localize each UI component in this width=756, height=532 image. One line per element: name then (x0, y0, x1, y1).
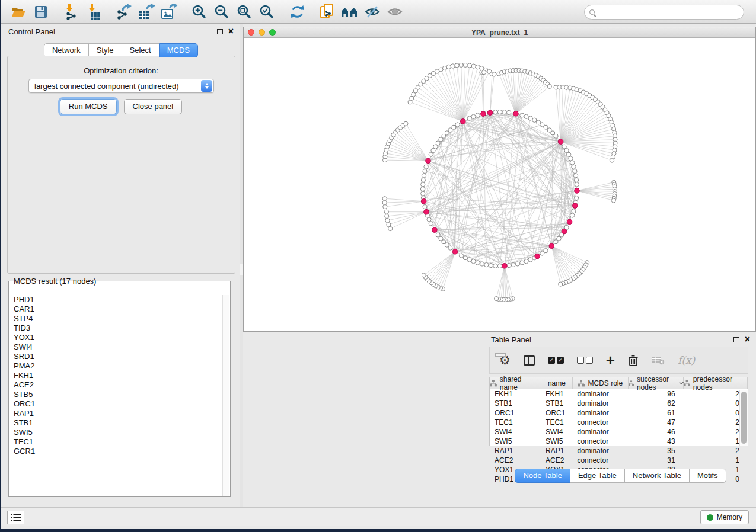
network-node[interactable] (404, 121, 408, 126)
cell-shared_name[interactable]: ORC1 (490, 408, 541, 418)
cell-successor_nodes[interactable]: 61 (627, 408, 683, 418)
mcds-hub-node[interactable] (573, 203, 578, 209)
mcds-result-scrollbar[interactable] (222, 295, 229, 496)
mcds-hub-node[interactable] (481, 111, 486, 117)
network-node[interactable] (471, 114, 476, 118)
zoom-selected-icon[interactable] (256, 2, 278, 22)
cell-mcds_role[interactable]: dominator (572, 446, 627, 456)
delete-row-icon[interactable] (628, 354, 639, 366)
network-node[interactable] (573, 169, 577, 173)
network-node[interactable] (515, 262, 519, 266)
table-row[interactable]: RAP1RAP1dominator352 (490, 446, 748, 456)
cell-predecessor_nodes[interactable]: 0 (684, 399, 748, 408)
network-node[interactable] (544, 125, 548, 129)
network-node[interactable] (610, 158, 614, 162)
network-node[interactable] (575, 182, 579, 187)
table-row[interactable]: ACE2ACE2connector311 (490, 456, 748, 465)
cell-shared_name[interactable]: FKH1 (490, 389, 541, 399)
column-header-shared_name[interactable]: shared name (490, 377, 541, 389)
network-node[interactable] (383, 204, 387, 209)
cell-shared_name[interactable]: STB1 (490, 399, 541, 408)
refresh-network-icon[interactable] (286, 2, 308, 22)
cell-shared_name[interactable]: SWI5 (490, 437, 541, 446)
mcds-hub-node[interactable] (567, 219, 572, 225)
cell-predecessor_nodes[interactable]: 2 (684, 418, 748, 427)
network-node[interactable] (493, 264, 497, 268)
mcds-result-item[interactable]: STB5 (9, 390, 222, 399)
network-node[interactable] (480, 262, 484, 266)
cell-name[interactable]: RAP1 (541, 446, 572, 456)
float-panel-icon[interactable] (733, 337, 739, 342)
column-header-successor_nodes[interactable]: successor nodes (629, 377, 684, 389)
mcds-result-item[interactable]: ACE2 (9, 380, 222, 390)
network-node[interactable] (572, 209, 576, 213)
network-node[interactable] (429, 222, 433, 226)
network-node[interactable] (471, 64, 476, 68)
float-panel-icon[interactable] (217, 29, 223, 34)
network-node[interactable] (436, 233, 440, 237)
network-node[interactable] (382, 197, 387, 201)
network-node[interactable] (467, 116, 471, 120)
horizontal-splitter-handle[interactable] (495, 353, 506, 357)
export-image-icon[interactable] (158, 2, 180, 22)
network-node[interactable] (420, 187, 425, 191)
network-node[interactable] (492, 72, 496, 76)
export-table-icon[interactable] (135, 2, 158, 22)
cell-successor_nodes[interactable]: 96 (627, 389, 683, 399)
network-node[interactable] (495, 297, 499, 301)
mcds-result-item[interactable]: PHD1 (9, 295, 222, 305)
mcds-hub-node[interactable] (424, 209, 429, 214)
tab-edge-table[interactable]: Edge Table (570, 469, 625, 483)
mcds-hub-node[interactable] (487, 110, 493, 116)
save-session-icon[interactable] (30, 2, 52, 22)
mcds-hub-node[interactable] (549, 243, 554, 249)
network-node[interactable] (507, 110, 511, 114)
import-table-icon[interactable] (82, 2, 105, 22)
network-node[interactable] (455, 123, 460, 127)
network-node[interactable] (570, 213, 575, 217)
search-input[interactable] (598, 7, 744, 18)
column-layout-icon[interactable] (524, 355, 535, 366)
tab-mcds[interactable]: MCDS (159, 43, 198, 57)
network-node[interactable] (569, 156, 573, 161)
network-node[interactable] (489, 264, 493, 268)
deselect-all-icon[interactable] (577, 357, 593, 364)
zoom-in-icon[interactable] (188, 2, 210, 22)
network-node[interactable] (611, 198, 615, 203)
network-node[interactable] (547, 84, 551, 88)
network-node[interactable] (520, 113, 524, 117)
table-row[interactable]: ORC1ORC1dominator610 (490, 408, 748, 418)
network-node[interactable] (471, 259, 476, 264)
cell-successor_nodes[interactable]: 35 (627, 446, 683, 456)
mcds-result-item[interactable]: TEC1 (9, 437, 222, 447)
network-node[interactable] (422, 273, 426, 277)
network-node[interactable] (575, 196, 579, 200)
mcds-hub-node[interactable] (575, 188, 580, 194)
network-node[interactable] (423, 204, 427, 209)
cell-mcds_role[interactable]: dominator (572, 389, 627, 399)
network-node[interactable] (554, 134, 558, 138)
tab-network-table[interactable]: Network Table (624, 469, 690, 483)
network-node[interactable] (482, 70, 486, 75)
cell-name[interactable]: STB1 (541, 399, 572, 408)
network-node[interactable] (459, 254, 463, 258)
cell-name[interactable]: SWI4 (541, 427, 572, 437)
network-node[interactable] (528, 258, 532, 262)
column-header-name[interactable]: name (541, 377, 573, 389)
network-node[interactable] (484, 262, 489, 267)
cell-predecessor_nodes[interactable]: 2 (684, 389, 748, 399)
network-node[interactable] (476, 65, 480, 69)
cell-predecessor_nodes[interactable]: 2 (684, 446, 748, 456)
tab-motifs[interactable]: Motifs (689, 469, 726, 483)
network-node[interactable] (502, 110, 506, 114)
network-node[interactable] (511, 262, 515, 267)
network-node[interactable] (382, 201, 387, 205)
mcds-result-item[interactable]: GCR1 (9, 447, 222, 456)
network-node[interactable] (524, 259, 528, 264)
export-network-icon[interactable] (113, 2, 135, 22)
show-graphics-icon[interactable] (384, 2, 406, 22)
mcds-result-item[interactable]: CAR1 (9, 305, 222, 314)
cell-name[interactable]: FKH1 (541, 389, 572, 399)
network-node[interactable] (575, 178, 579, 182)
network-node[interactable] (567, 152, 571, 156)
